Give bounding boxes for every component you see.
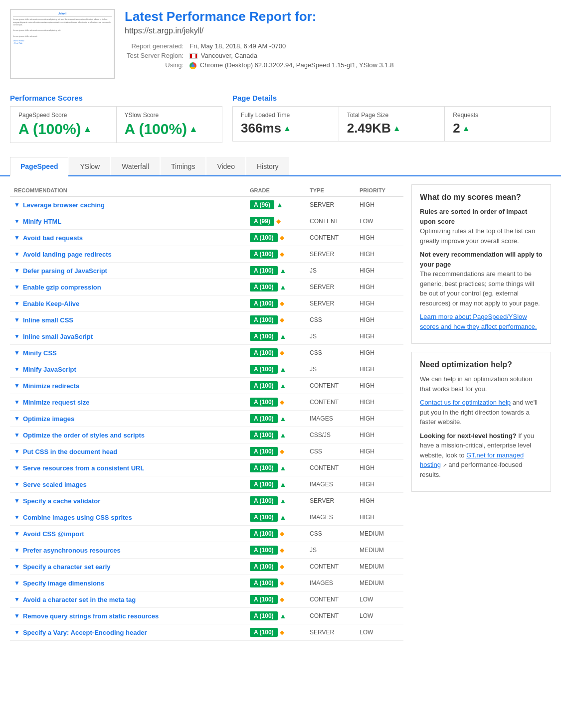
grade-badge: A (100) [250,315,278,324]
expand-arrow-icon[interactable]: ▼ [14,563,20,570]
expand-arrow-icon[interactable]: ▼ [14,267,20,274]
scores-learn-more-link[interactable]: Learn more about PageSpeed/YSlow scores … [420,313,537,330]
expand-arrow-icon[interactable]: ▼ [14,580,20,586]
row-name[interactable]: ▼ Serve resources from a consistent URL [14,464,250,472]
expand-arrow-icon[interactable]: ▼ [14,481,20,488]
row-name[interactable]: ▼ Inline small JavaScript [14,333,250,340]
expand-arrow-icon[interactable]: ▼ [14,333,20,340]
grade-badge: A (100) [250,595,278,604]
row-name[interactable]: ▼ Specify a Vary: Accept-Encoding header [14,629,250,636]
col-type: TYPE [310,187,360,193]
expand-arrow-icon[interactable]: ▼ [14,316,20,323]
recommendation-name: Minimize request size [23,399,90,406]
row-name[interactable]: ▼ Minimize redirects [14,382,250,390]
expand-arrow-icon[interactable]: ▼ [14,349,20,356]
row-name[interactable]: ▼ Specify a character set early [14,563,250,571]
expand-arrow-icon[interactable]: ▼ [14,201,20,208]
scores-meaning-box: What do my scores mean? Rules are sorted… [411,184,551,344]
type-cell: CONTENT [310,612,360,619]
type-cell: JS [310,366,360,373]
row-name[interactable]: ▼ Enable Keep-Alive [14,300,250,307]
expand-arrow-icon[interactable]: ▼ [14,399,20,406]
expand-arrow-icon[interactable]: ▼ [14,382,20,389]
row-name[interactable]: ▼ Remove query strings from static resou… [14,612,250,620]
expand-arrow-icon[interactable]: ▼ [14,234,20,241]
type-cell: JS [310,267,360,274]
optimization-help-para1: We can help in an optimization solution … [420,374,543,394]
tab-timings[interactable]: Timings [161,157,206,175]
expand-arrow-icon[interactable]: ▼ [14,530,20,537]
expand-arrow-icon[interactable]: ▼ [14,218,20,225]
optimization-help-box: Need optimization help? We can help in a… [411,352,551,492]
row-name[interactable]: ▼ Defer parsing of JavaScript [14,267,250,275]
row-name[interactable]: ▼ Combine images using CSS sprites [14,514,250,521]
type-cell: IMAGES [310,580,360,586]
total-size-label: Total Page Size [347,112,437,119]
yslow-label: YSlow Score [125,112,214,119]
priority-cell: HIGH [360,349,399,356]
expand-arrow-icon[interactable]: ▼ [14,612,20,619]
expand-arrow-icon[interactable]: ▼ [14,596,20,603]
row-name[interactable]: ▼ Inline small CSS [14,316,250,324]
recommendation-name: Inline small JavaScript [23,333,93,340]
using-label: Using: [125,60,187,70]
expand-arrow-icon[interactable]: ▼ [14,497,20,504]
type-cell: IMAGES [310,415,360,422]
tab-waterfall[interactable]: Waterfall [111,157,160,175]
requests-card: Requests 2 ▲ [445,106,551,142]
tab-history[interactable]: History [246,157,289,175]
priority-cell: HIGH [360,284,399,291]
row-name[interactable]: ▼ Avoid a character set in the meta tag [14,596,250,603]
grade-up-icon: ▲ [280,415,287,423]
grade-badge: A (100) [250,266,278,275]
tab-video[interactable]: Video [206,157,245,175]
yslow-arrow-icon: ▲ [189,124,198,135]
optimization-hosting-para: Looking for next-level hosting? If you h… [420,431,543,480]
grade-cell: A (100) ▲ [250,496,310,505]
expand-arrow-icon[interactable]: ▼ [14,432,20,438]
grade-cell: A (96) ▲ [250,200,310,209]
row-name[interactable]: ▼ Avoid CSS @import [14,530,250,538]
expand-arrow-icon[interactable]: ▼ [14,547,20,554]
table-row: ▼ Minify JavaScript A (100) ▲ JS HIGH [10,361,403,378]
table-row: ▼ Minimize redirects A (100) ▲ CONTENT H… [10,378,403,394]
report-title: Latest Performance Report for: [125,9,551,24]
expand-arrow-icon[interactable]: ▼ [14,415,20,422]
row-name[interactable]: ▼ Minimize request size [14,399,250,406]
tab-pagespeed[interactable]: PageSpeed [10,157,68,176]
row-name[interactable]: ▼ Minify JavaScript [14,366,250,373]
type-cell: CONTENT [310,563,360,570]
expand-arrow-icon[interactable]: ▼ [14,300,20,307]
expand-arrow-icon[interactable]: ▼ [14,366,20,373]
grade-badge: A (100) [250,579,278,587]
row-name[interactable]: ▼ Put CSS in the document head [14,448,250,455]
row-name[interactable]: ▼ Optimize images [14,415,250,423]
expand-arrow-icon[interactable]: ▼ [14,629,20,636]
contact-us-link[interactable]: Contact us for optimization help [420,399,511,406]
grade-badge: A (100) [250,348,278,357]
table-row: ▼ Avoid CSS @import A (100) ◆ CSS MEDIUM [10,526,403,542]
row-name[interactable]: ▼ Minify HTML [14,218,250,225]
pagespeed-label: PageSpeed Score [18,112,108,119]
row-name[interactable]: ▼ Specify image dimensions [14,580,250,587]
scores-boxes: PageSpeed Score A (100%) ▲ YSlow Score A… [10,106,222,143]
row-name[interactable]: ▼ Avoid landing page redirects [14,251,250,258]
priority-cell: LOW [360,629,399,636]
expand-arrow-icon[interactable]: ▼ [14,251,20,258]
row-name[interactable]: ▼ Enable gzip compression [14,284,250,291]
priority-cell: HIGH [360,432,399,438]
expand-arrow-icon[interactable]: ▼ [14,464,20,471]
row-name[interactable]: ▼ Minify CSS [14,349,250,357]
expand-arrow-icon[interactable]: ▼ [14,448,20,455]
scores-para2-bold: Not every recommendation will apply to y… [420,251,543,268]
row-name[interactable]: ▼ Prefer asynchronous resources [14,547,250,554]
row-name[interactable]: ▼ Leverage browser caching [14,201,250,209]
row-name[interactable]: ▼ Avoid bad requests [14,234,250,242]
type-cell: SERVER [310,284,360,291]
row-name[interactable]: ▼ Specify a cache validator [14,497,250,505]
expand-arrow-icon[interactable]: ▼ [14,514,20,521]
expand-arrow-icon[interactable]: ▼ [14,284,20,291]
tab-yslow[interactable]: YSlow [69,157,110,175]
row-name[interactable]: ▼ Serve scaled images [14,481,250,488]
row-name[interactable]: ▼ Optimize the order of styles and scrip… [14,432,250,439]
